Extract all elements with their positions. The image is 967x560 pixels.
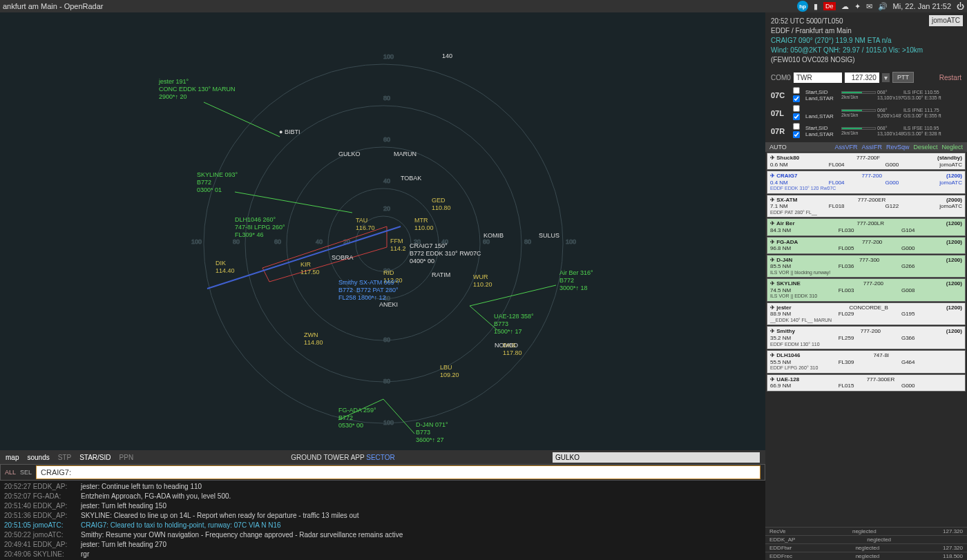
hdr-neglect[interactable]: Neglect [941, 144, 963, 151]
keyboard-layout[interactable]: De [823, 2, 836, 10]
svg-text:40: 40 [383, 177, 390, 184]
mode-center[interactable]: GROUND TOWER APP SECTOR [142, 454, 544, 461]
flight-strip[interactable]: ✈ D-J4N777-300(1200) 85.5 NMFL036G266 IL… [767, 255, 966, 278]
com-bar: COM0 ▾ PTT Restart [765, 69, 967, 86]
svg-line-31 [383, 399, 414, 434]
flight-strips[interactable]: ✈ Shuck80777-200F(standby) 0.6 NMFL004G0… [765, 152, 967, 527]
cloud-icon: ☁ [841, 2, 849, 11]
com-role-input[interactable] [794, 73, 842, 83]
svg-line-30 [470, 306, 497, 330]
window-title: ankfurt am Main - OpenRadar [3, 2, 797, 10]
log-row: 20:50:22 jomoATC:Smithy: Resume your OWN… [4, 530, 761, 540]
cmd-all[interactable]: ALL [5, 469, 16, 476]
svg-line-26 [207, 226, 401, 289]
svg-text:20: 20 [383, 267, 390, 274]
runway-row[interactable]: 07L Land,STAR 2kn/1kn 068°9,200'x148' IL… [771, 105, 961, 122]
mode-map[interactable]: map [6, 454, 19, 461]
log-row: 20:51:40 EDDK_AP:jester: Turn left headi… [4, 501, 761, 511]
svg-text:100: 100 [191, 238, 202, 245]
hdr-vfr[interactable]: AssVFR [834, 144, 857, 151]
runway-row[interactable]: 07R Start,SIDLand,STAR 2kn/1kn 068°13,10… [771, 123, 961, 139]
freq-row[interactable]: EDDK_APneglected [765, 535, 967, 543]
svg-text:60: 60 [383, 136, 390, 143]
power-icon[interactable]: ⏻ [957, 2, 964, 10]
volume-icon[interactable]: 🔊 [878, 2, 888, 11]
right-panel: jomoATC 20:52 UTC 5000/TL050 EDDF / Fran… [765, 12, 967, 560]
flight-strip[interactable]: ✈ UAE-128777-300ER 66.9 NMFL015G000 [767, 374, 966, 392]
flight-strip[interactable]: ✈ CRAIG7777-200(1200) 0.4 NMFL004G000jom… [767, 171, 966, 194]
search-input[interactable] [553, 452, 760, 463]
message-log[interactable]: 20:52:27 EDDK_AP:jester: Continue left t… [0, 481, 765, 560]
mode-bar: map sounds STP STAR/SID PPN GROUND TOWER… [0, 450, 765, 464]
log-row: 20:49:06 SKYLINE:rgr [4, 550, 761, 559]
mode-stp[interactable]: STP [58, 454, 71, 461]
svg-line-29 [470, 285, 556, 306]
mode-sounds[interactable]: sounds [27, 454, 49, 461]
hdr-auto[interactable]: AUTO [769, 144, 787, 151]
settings-icon[interactable]: ✦ [854, 2, 861, 11]
info-airport: EDDF / Frankfurt am Main [771, 26, 961, 36]
svg-line-28 [235, 192, 352, 213]
radar-scope[interactable]: 2020202040404040606060608080808010010010… [0, 12, 765, 450]
svg-line-32 [338, 399, 383, 420]
cmd-sel[interactable]: SEL [20, 469, 32, 476]
log-row: 20:51:05 jomoATC:CRAIG7: Cleared to taxi… [4, 521, 761, 530]
freq-row[interactable]: EDDFtwrneglected127.320 [765, 543, 967, 552]
mode-starsid[interactable]: STAR/SID [79, 454, 111, 461]
flight-strip[interactable]: ✈ SKYLINE777-200(1200) 74.5 NMFL003G008 … [767, 278, 966, 302]
svg-text:80: 80 [524, 238, 531, 245]
hdr-deselect[interactable]: Deselect [913, 144, 937, 151]
info-selected[interactable]: CRAIG7 090° (270°) 119.9 NM ETA n/a [771, 36, 961, 46]
hdr-rev[interactable]: RevSqw [886, 144, 910, 151]
command-bar: ALL SEL [0, 464, 765, 481]
radar-svg: 2020202040404040606060608080808010010010… [0, 12, 765, 441]
svg-text:100: 100 [383, 419, 394, 426]
svg-text:40: 40 [383, 295, 390, 302]
flight-strip[interactable]: ✈ FG-ADA777-200(1200) 96.8 NMFL005G000 [767, 237, 966, 254]
mode-ppn[interactable]: PPN [119, 454, 134, 461]
info-wx2: (FEW010 OVC028 NOSIG) [771, 55, 961, 65]
flight-strip[interactable]: ✈ SX-ATM777-200ER(2000) 7.1 NMFL018G122j… [767, 195, 966, 218]
info-block: jomoATC 20:52 UTC 5000/TL050 EDDF / Fran… [765, 12, 967, 69]
flight-strip[interactable]: ✈ DLH1046747-8I 55.5 NMFL309G464 EDDF LF… [767, 350, 966, 374]
svg-text:80: 80 [383, 95, 390, 102]
svg-point-0 [356, 216, 411, 271]
dropdown-icon[interactable]: ▾ [882, 73, 890, 82]
ptt-button[interactable]: PTT [892, 72, 914, 83]
restart-link[interactable]: Restart [939, 74, 961, 81]
log-row: 20:52:27 EDDK_AP:jester: Continue left t… [4, 482, 761, 492]
hp-icon[interactable]: hp [797, 1, 808, 12]
flight-strip[interactable]: ✈ Smithy777-200(1200) 35.2 NMFL259G366 E… [767, 326, 966, 349]
com-freq-input[interactable] [845, 73, 879, 83]
svg-text:100: 100 [383, 53, 394, 60]
hdr-ifr[interactable]: AssIFR [861, 144, 882, 151]
svg-line-27 [204, 102, 280, 137]
runway-panel: 07C Start,SIDLand,STAR 2kn/1kn 068°13,10… [765, 86, 967, 142]
svg-text:100: 100 [566, 238, 576, 245]
strip-header: AUTO AssVFR AssIFR RevSqw Deselect Negle… [765, 142, 967, 152]
svg-text:40: 40 [316, 238, 323, 245]
command-input[interactable] [36, 465, 760, 479]
svg-marker-25 [262, 226, 387, 282]
system-tray: hp ▮ De ☁ ✦ ✉ 🔊 Mi, 22. Jan 21:52 ⏻ [797, 1, 964, 12]
freq-row[interactable]: EDDFrecneglected118.500 [765, 552, 967, 560]
svg-text:80: 80 [383, 378, 390, 385]
svg-text:60: 60 [383, 336, 390, 343]
freq-row[interactable]: RecVeneglected127.320 [765, 527, 967, 535]
svg-text:40: 40 [441, 238, 448, 245]
svg-point-20 [204, 64, 563, 423]
mail-icon[interactable]: ✉ [866, 2, 872, 11]
svg-text:60: 60 [274, 238, 281, 245]
com-label: COM0 [771, 74, 791, 81]
svg-text:60: 60 [483, 238, 490, 245]
controller-id: jomoATC [929, 15, 963, 26]
log-row: 20:51:36 EDDK_AP:SKYLINE: Cleared to lin… [4, 511, 761, 521]
clock[interactable]: Mi, 22. Jan 21:52 [893, 2, 951, 10]
flight-strip[interactable]: ✈ Air Ber777-200LR(1200) 84.3 NMFL030G10… [767, 218, 966, 235]
flight-strip[interactable]: ✈ jesterCONCORDE_B(1200) 88.9 NMFL029G19… [767, 302, 966, 326]
flight-strip[interactable]: ✈ Shuck80777-200F(standby) 0.6 NMFL004G0… [767, 153, 966, 170]
info-wx1: Wind: 050@2KT QNH: 29.97 / 1015.0 Vis: >… [771, 46, 961, 55]
log-row: 20:49:41 EDDK_AP:jester: Turn left headi… [4, 540, 761, 550]
runway-row[interactable]: 07C Start,SIDLand,STAR 2kn/1kn 068°13,10… [771, 87, 961, 104]
svg-text:20: 20 [414, 238, 421, 245]
